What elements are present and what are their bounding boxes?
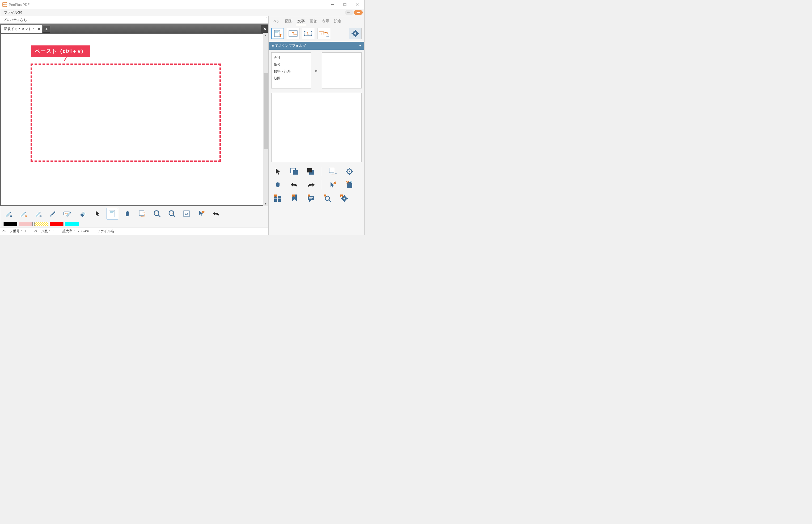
rp-tab-image[interactable]: 画像 [308,18,319,25]
text-block-button[interactable]: T... [287,28,299,39]
delete-page-button[interactable] [344,180,355,190]
minimize-button[interactable] [327,1,339,9]
color-swatch-black[interactable] [3,222,17,226]
text-settings-button[interactable] [349,28,362,39]
menu-file[interactable]: ファイル(F) [2,9,24,16]
rp-tab-settings[interactable]: 設定 [332,18,343,25]
undo-tool[interactable] [211,208,222,219]
svg-point-46 [354,32,356,35]
delete-selection-tool[interactable] [196,208,208,219]
hand-button[interactable] [272,180,283,190]
svg-point-26 [169,211,174,215]
color-swatch-cyan[interactable] [65,222,79,226]
close-button[interactable] [351,1,363,9]
svg-text:+: + [335,172,337,175]
rp-tab-shape[interactable]: 図形 [283,18,294,25]
svg-rect-71 [309,198,312,199]
svg-line-27 [173,215,175,217]
stamp-folder-item[interactable]: 期間 [273,75,309,82]
svg-text:T..: T.. [306,32,310,35]
highlighter2-tool[interactable]: 2 [17,208,29,219]
bookmark-button[interactable] [289,193,300,203]
stamp-folder-list[interactable]: 会社 単位 数字・記号 期間 [271,52,311,88]
scroll-down-icon[interactable]: ▼ [263,201,268,206]
svg-text:PDF: PDF [3,3,7,5]
maximize-button[interactable] [339,1,351,9]
text-box-tool[interactable]: T [106,208,118,219]
target-button[interactable] [344,167,355,176]
bookmark-settings-button[interactable] [338,193,349,203]
right-panel: ペン 図形 文字 画像 表示 設定 T T... T.. T 文字スタンプフォル… [269,16,364,235]
bookmark-comment-button[interactable] [305,193,316,203]
highlighter3-tool[interactable]: 1 [32,208,44,219]
stamp-folder-item[interactable]: 数字・記号 [273,68,309,75]
zoom-in-tool[interactable] [166,208,178,219]
scroll-thumb[interactable] [264,73,268,149]
stamp-nav-arrow-icon[interactable]: ▶ [314,52,319,88]
stamp-folder-header[interactable]: 文字スタンプフォルダ ▼ [269,42,364,50]
text-tool-row: T T... T.. T [269,25,364,42]
svg-rect-47 [355,30,356,31]
layer-back-button[interactable] [305,167,316,176]
zoom-fit-tool[interactable]: 100 [181,208,193,219]
vertical-scrollbar[interactable]: ▲ ▼ [263,33,268,206]
undo-button[interactable] [289,180,300,190]
color-swatch-checker[interactable] [34,222,48,226]
color-swatch-pink[interactable] [19,222,33,226]
text-box-insert-button[interactable]: T [271,28,284,39]
zoom-out-tool[interactable] [151,208,163,219]
brush-tool[interactable] [47,208,59,219]
eraser-tool[interactable] [77,208,88,219]
right-panel-tabs: ペン 図形 文字 画像 表示 設定 [269,16,364,25]
svg-line-25 [159,215,160,217]
svg-rect-48 [355,36,356,37]
select-tool[interactable] [92,208,103,219]
highlighter1-tool[interactable]: 1 [2,208,14,219]
delete-cursor-button[interactable] [327,180,338,190]
svg-rect-18 [110,211,114,212]
svg-rect-40 [311,35,312,36]
rp-tab-view[interactable]: 表示 [320,18,331,25]
status-page-count-label: ページ数： [34,229,51,233]
svg-point-75 [344,198,345,199]
rp-tab-pen[interactable]: ペン [271,18,282,25]
nav-next-button[interactable] [354,10,363,15]
document-tab-label: 新規ドキュメント * [4,27,34,31]
paste-selection-outline [31,64,221,162]
svg-rect-21 [139,211,144,215]
text-move-button[interactable]: T [317,28,330,39]
stamp-folder-item[interactable]: 単位 [273,61,309,68]
svg-rect-50 [358,33,359,34]
bookmark-grid-button[interactable] [272,193,283,203]
svg-text:T: T [114,214,116,218]
svg-rect-7 [358,12,358,13]
color-swatch-red[interactable] [50,222,64,226]
svg-rect-19 [110,212,113,213]
close-all-tabs-button[interactable]: ✕ [261,25,268,33]
layer-front-button[interactable] [289,167,300,176]
text-stamp-tool[interactable]: abc [62,208,73,219]
hand-tool[interactable] [121,208,133,219]
property-label: プロパティなし [3,18,27,22]
document-tab[interactable]: 新規ドキュメント * ✕ [1,25,42,33]
property-collapse-icon[interactable]: ▴ [266,16,268,19]
tab-close-icon[interactable]: ✕ [37,27,40,31]
scroll-up-icon[interactable]: ▲ [263,33,268,37]
nav-prev-button[interactable] [345,10,354,15]
svg-rect-37 [304,31,305,32]
copy-selection-button[interactable]: + [327,167,338,176]
crop-tool[interactable]: + [136,208,148,219]
svg-rect-44 [326,34,329,37]
redo-button[interactable] [305,180,316,190]
select-arrow-button[interactable] [272,167,283,176]
bookmark-search-button[interactable] [322,193,333,203]
svg-rect-55 [329,168,334,173]
canvas-area: ペースト（ctrl＋v） ▲ ▼ [0,33,268,206]
text-select-button[interactable]: T.. [302,28,315,39]
rp-tab-text[interactable]: 文字 [296,18,306,25]
stamp-folder-item[interactable]: 会社 [273,54,309,61]
right-panel-bottom-tools: + [269,164,364,205]
add-tab-button[interactable]: + [43,26,50,33]
document-canvas[interactable]: ペースト（ctrl＋v） [1,34,263,205]
color-palette [0,221,268,227]
